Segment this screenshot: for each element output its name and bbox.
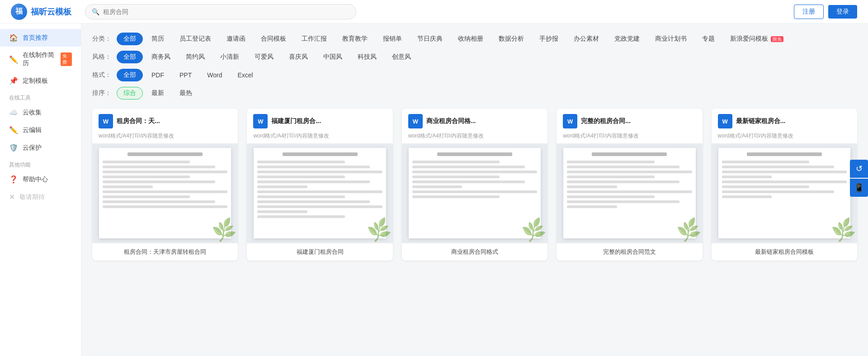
sort-btn-最新[interactable]: 最新 bbox=[145, 87, 171, 100]
category-btn-special[interactable]: 专题 bbox=[695, 33, 722, 45]
other-section-label: 其他功能 bbox=[0, 157, 81, 171]
format-btn-all[interactable]: 全部 bbox=[117, 69, 143, 81]
category-btn-invite[interactable]: 邀请函 bbox=[220, 33, 252, 45]
category-btn-handreport[interactable]: 手抄报 bbox=[533, 33, 565, 45]
search-icon: 🔍 bbox=[92, 8, 99, 15]
format-label: 格式： bbox=[92, 71, 111, 79]
sidebar: 🏠 首页推荐 ✏️ 在线制作简历 免费 📌 定制模板 在线工具 ☁️ 云收集 ✏… bbox=[0, 24, 81, 356]
category-btn-holiday[interactable]: 节日庆典 bbox=[410, 33, 449, 45]
sidebar-item-help[interactable]: ❓ 帮助中心 bbox=[0, 171, 81, 188]
card-name-5: 最新链家租房合同模板 bbox=[712, 243, 857, 261]
style-btn-tech[interactable]: 科技风 bbox=[351, 51, 383, 63]
right-panel-refresh-btn[interactable]: ↺ bbox=[850, 160, 868, 178]
sort-btn-综合[interactable]: 综合 bbox=[117, 87, 143, 100]
style-btn-business[interactable]: 商务风 bbox=[145, 51, 177, 63]
search-bar[interactable]: 🔍 bbox=[85, 4, 356, 19]
style-btn-creative[interactable]: 创意风 bbox=[385, 51, 418, 63]
right-panel-mobile-btn[interactable]: 📱 bbox=[850, 179, 868, 197]
template-card-1[interactable]: W 租房合同：天... word格式/A4打印/内容随意修改 bbox=[92, 109, 238, 261]
category-filter-row: 分类： 全部 简历 员工登记表 邀请函 合同模板 工作汇报 教育教学 报销单 节… bbox=[92, 33, 857, 45]
preview-line bbox=[567, 205, 617, 208]
style-btn-all[interactable]: 全部 bbox=[117, 51, 143, 63]
sidebar-item-home[interactable]: 🏠 首页推荐 bbox=[0, 29, 81, 47]
preview-line bbox=[103, 161, 190, 163]
cloud-edit-icon: ✏️ bbox=[9, 126, 18, 134]
card-subtitle-1: word格式/A4打印/内容随意修改 bbox=[92, 132, 238, 143]
preview-line bbox=[412, 180, 525, 183]
preview-line bbox=[257, 161, 344, 163]
style-btn-fresh[interactable]: 小清新 bbox=[213, 51, 246, 63]
preview-line bbox=[257, 185, 307, 188]
card-name-3: 商业租房合同格式 bbox=[402, 243, 547, 261]
template-card-5[interactable]: W 最新链家租房合... word格式/A4打印/内容随意修改 bbox=[712, 109, 857, 261]
category-btn-storage[interactable]: 收纳相册 bbox=[451, 33, 490, 45]
logo-text: 福昕云模板 bbox=[31, 6, 71, 17]
format-btn-word[interactable]: Word bbox=[200, 69, 229, 81]
category-btn-employee[interactable]: 员工登记表 bbox=[173, 33, 218, 45]
preview-line bbox=[103, 185, 153, 188]
format-btn-ppt[interactable]: PPT bbox=[173, 69, 198, 81]
sort-btn-最热[interactable]: 最热 bbox=[173, 87, 199, 100]
preview-line bbox=[437, 152, 512, 156]
preview-line bbox=[283, 152, 358, 156]
style-options: 全部 商务风 简约风 小清新 可爱风 喜庆风 中国风 科技风 创意风 bbox=[117, 51, 418, 63]
template-card-2[interactable]: W 福建厦门租房合... word格式/A4打印/内容随意修改 bbox=[247, 109, 392, 261]
category-btn-education[interactable]: 教育教学 bbox=[335, 33, 374, 45]
category-btn-party[interactable]: 党政党建 bbox=[608, 33, 646, 45]
category-btn-resume[interactable]: 简历 bbox=[145, 33, 171, 45]
word-icon-label: W bbox=[567, 118, 573, 125]
preview-line bbox=[567, 166, 679, 168]
card-title-1: 租房合同：天... bbox=[117, 117, 231, 125]
register-button[interactable]: 注册 bbox=[794, 5, 824, 19]
preview-line bbox=[722, 171, 847, 173]
search-input[interactable] bbox=[103, 8, 349, 15]
preview-line bbox=[257, 205, 382, 208]
style-btn-chinese[interactable]: 中国风 bbox=[316, 51, 349, 63]
format-btn-excel[interactable]: Excel bbox=[231, 69, 259, 81]
card-name-2: 福建厦门租房合同 bbox=[247, 243, 392, 261]
card-title-5: 最新链家租房合... bbox=[736, 117, 851, 125]
preview-line bbox=[103, 171, 227, 173]
preview-line bbox=[257, 180, 370, 183]
style-btn-festive[interactable]: 喜庆风 bbox=[282, 51, 315, 63]
sidebar-item-custom[interactable]: 📌 定制模板 bbox=[0, 72, 81, 90]
preview-line bbox=[412, 166, 525, 168]
category-btn-office[interactable]: 办公素材 bbox=[567, 33, 606, 45]
preview-line bbox=[567, 185, 617, 188]
sidebar-item-label: 敬请期待 bbox=[19, 193, 45, 201]
format-btn-pdf[interactable]: PDF bbox=[145, 69, 171, 81]
sidebar-item-cloud-collect[interactable]: ☁️ 云收集 bbox=[0, 104, 81, 121]
refresh-icon: ↺ bbox=[856, 164, 863, 174]
category-btn-all[interactable]: 全部 bbox=[117, 33, 143, 45]
coming-icon: ✕ bbox=[9, 193, 15, 201]
login-button[interactable]: 登录 bbox=[828, 5, 857, 19]
style-btn-simple[interactable]: 简约风 bbox=[179, 51, 212, 63]
category-btn-report[interactable]: 工作汇报 bbox=[295, 33, 334, 45]
preview-line bbox=[592, 152, 667, 156]
category-btn-contract[interactable]: 合同模板 bbox=[254, 33, 293, 45]
preview-line bbox=[567, 161, 654, 163]
preview-line bbox=[103, 166, 215, 168]
word-icon-label: W bbox=[722, 118, 727, 125]
preview-line bbox=[257, 215, 344, 218]
category-btn-data[interactable]: 数据分析 bbox=[492, 33, 531, 45]
preview-line bbox=[103, 205, 227, 208]
template-card-4[interactable]: W 完整的租房合同... word格式/A4打印/内容随意修改 bbox=[557, 109, 702, 261]
category-btn-sales[interactable]: 报销单 bbox=[376, 33, 409, 45]
sidebar-item-cloud-protect[interactable]: 🛡️ 云保护 bbox=[0, 139, 81, 157]
sidebar-item-resume[interactable]: ✏️ 在线制作简历 免费 bbox=[0, 47, 81, 72]
template-card-3[interactable]: W 商业租房合同格... word格式/A4打印/内容随意修改 bbox=[402, 109, 547, 261]
card-preview-5: 🌿 bbox=[712, 143, 857, 243]
sidebar-item-cloud-edit[interactable]: ✏️ 云编辑 bbox=[0, 121, 81, 139]
sort-label: 排序： bbox=[92, 89, 111, 97]
category-btn-xinlang[interactable]: 新浪爱问模板 限免 bbox=[723, 33, 790, 45]
style-btn-cute[interactable]: 可爱风 bbox=[248, 51, 280, 63]
preview-line bbox=[412, 185, 462, 188]
card-name-1: 租房合同：天津市房屋转租合同 bbox=[92, 243, 238, 261]
card-preview-1: 🌿 bbox=[92, 143, 238, 243]
sidebar-item-label: 云编辑 bbox=[23, 126, 42, 134]
preview-line bbox=[722, 161, 809, 163]
word-icon-5: W bbox=[718, 114, 732, 128]
preview-line bbox=[412, 190, 537, 193]
category-btn-biz[interactable]: 商业计划书 bbox=[648, 33, 693, 45]
